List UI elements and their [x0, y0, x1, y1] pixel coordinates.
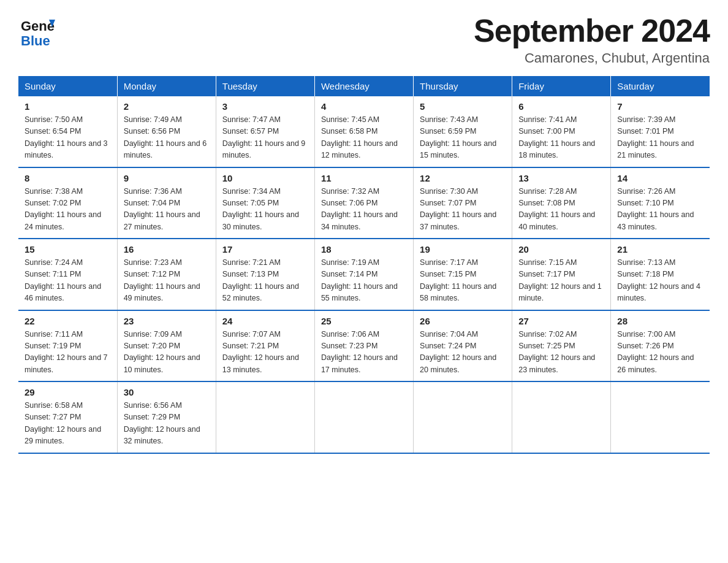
day-number: 24: [222, 316, 308, 326]
day-number: 12: [420, 173, 506, 183]
col-header-monday: Monday: [117, 76, 216, 96]
day-number: 23: [124, 316, 210, 326]
calendar-cell: 21Sunrise: 7:13 AMSunset: 7:18 PMDayligh…: [611, 239, 710, 310]
day-info: Sunrise: 6:58 AMSunset: 7:27 PMDaylight:…: [25, 400, 111, 448]
day-info: Sunrise: 7:06 AMSunset: 7:23 PMDaylight:…: [321, 329, 407, 377]
day-number: 22: [25, 316, 111, 326]
day-number: 25: [321, 316, 407, 326]
calendar-cell: 27Sunrise: 7:02 AMSunset: 7:25 PMDayligh…: [512, 310, 611, 382]
day-info: Sunrise: 7:04 AMSunset: 7:24 PMDaylight:…: [420, 329, 506, 377]
calendar-cell: 18Sunrise: 7:19 AMSunset: 7:14 PMDayligh…: [314, 239, 413, 310]
day-info: Sunrise: 7:38 AMSunset: 7:02 PMDaylight:…: [25, 186, 111, 234]
day-info: Sunrise: 7:19 AMSunset: 7:14 PMDaylight:…: [321, 257, 407, 305]
calendar-cell: [512, 381, 611, 453]
col-header-saturday: Saturday: [611, 76, 710, 96]
col-header-friday: Friday: [512, 76, 611, 96]
day-number: 15: [25, 244, 111, 255]
page-header: General Blue September 2024 Camarones, C…: [18, 12, 710, 66]
day-number: 16: [124, 244, 210, 255]
calendar-cell: 29Sunrise: 6:58 AMSunset: 7:27 PMDayligh…: [18, 381, 117, 453]
day-info: Sunrise: 7:07 AMSunset: 7:21 PMDaylight:…: [222, 329, 308, 377]
calendar-cell: 1Sunrise: 7:50 AMSunset: 6:54 PMDaylight…: [18, 96, 117, 167]
calendar-cell: [414, 381, 512, 453]
calendar-cell: 7Sunrise: 7:39 AMSunset: 7:01 PMDaylight…: [611, 96, 710, 167]
day-info: Sunrise: 7:13 AMSunset: 7:18 PMDaylight:…: [617, 257, 703, 305]
calendar-cell: 3Sunrise: 7:47 AMSunset: 6:57 PMDaylight…: [216, 96, 314, 167]
day-info: Sunrise: 7:50 AMSunset: 6:54 PMDaylight:…: [25, 114, 111, 162]
calendar-cell: 9Sunrise: 7:36 AMSunset: 7:04 PMDaylight…: [117, 167, 216, 239]
day-info: Sunrise: 6:56 AMSunset: 7:29 PMDaylight:…: [124, 400, 210, 448]
day-info: Sunrise: 7:09 AMSunset: 7:20 PMDaylight:…: [124, 329, 210, 377]
day-number: 4: [321, 101, 407, 112]
calendar-cell: 13Sunrise: 7:28 AMSunset: 7:08 PMDayligh…: [512, 167, 611, 239]
day-info: Sunrise: 7:43 AMSunset: 6:59 PMDaylight:…: [420, 114, 506, 162]
day-number: 2: [124, 101, 210, 112]
calendar-cell: 16Sunrise: 7:23 AMSunset: 7:12 PMDayligh…: [117, 239, 216, 310]
calendar-cell: [611, 381, 710, 453]
calendar-cell: 15Sunrise: 7:24 AMSunset: 7:11 PMDayligh…: [18, 239, 117, 310]
day-info: Sunrise: 7:39 AMSunset: 7:01 PMDaylight:…: [617, 114, 703, 162]
calendar-cell: 28Sunrise: 7:00 AMSunset: 7:26 PMDayligh…: [611, 310, 710, 382]
day-info: Sunrise: 7:24 AMSunset: 7:11 PMDaylight:…: [25, 257, 111, 305]
calendar-week-row: 1Sunrise: 7:50 AMSunset: 6:54 PMDaylight…: [18, 96, 710, 167]
calendar-cell: 14Sunrise: 7:26 AMSunset: 7:10 PMDayligh…: [611, 167, 710, 239]
day-info: Sunrise: 7:17 AMSunset: 7:15 PMDaylight:…: [420, 257, 506, 305]
day-info: Sunrise: 7:28 AMSunset: 7:08 PMDaylight:…: [518, 186, 604, 234]
month-title: September 2024: [474, 12, 710, 49]
day-info: Sunrise: 7:15 AMSunset: 7:17 PMDaylight:…: [518, 257, 604, 305]
day-info: Sunrise: 7:34 AMSunset: 7:05 PMDaylight:…: [222, 186, 308, 234]
calendar-cell: 23Sunrise: 7:09 AMSunset: 7:20 PMDayligh…: [117, 310, 216, 382]
calendar-cell: 2Sunrise: 7:49 AMSunset: 6:56 PMDaylight…: [117, 96, 216, 167]
day-info: Sunrise: 7:02 AMSunset: 7:25 PMDaylight:…: [518, 329, 604, 377]
calendar-cell: 25Sunrise: 7:06 AMSunset: 7:23 PMDayligh…: [314, 310, 413, 382]
day-info: Sunrise: 7:47 AMSunset: 6:57 PMDaylight:…: [222, 114, 308, 162]
day-info: Sunrise: 7:49 AMSunset: 6:56 PMDaylight:…: [124, 114, 210, 162]
logo: General Blue: [18, 12, 55, 49]
calendar-cell: [216, 381, 314, 453]
calendar-cell: 8Sunrise: 7:38 AMSunset: 7:02 PMDaylight…: [18, 167, 117, 239]
col-header-sunday: Sunday: [18, 76, 117, 96]
calendar-week-row: 15Sunrise: 7:24 AMSunset: 7:11 PMDayligh…: [18, 239, 710, 310]
day-number: 19: [420, 244, 506, 255]
calendar-cell: 11Sunrise: 7:32 AMSunset: 7:06 PMDayligh…: [314, 167, 413, 239]
col-header-thursday: Thursday: [414, 76, 512, 96]
calendar-cell: [314, 381, 413, 453]
day-number: 20: [518, 244, 604, 255]
day-info: Sunrise: 7:21 AMSunset: 7:13 PMDaylight:…: [222, 257, 308, 305]
day-number: 27: [518, 316, 604, 326]
day-info: Sunrise: 7:45 AMSunset: 6:58 PMDaylight:…: [321, 114, 407, 162]
day-info: Sunrise: 7:23 AMSunset: 7:12 PMDaylight:…: [124, 257, 210, 305]
day-number: 5: [420, 101, 506, 112]
title-area: September 2024 Camarones, Chubut, Argent…: [474, 12, 710, 66]
logo-icon: General Blue: [18, 12, 55, 49]
calendar-table: SundayMondayTuesdayWednesdayThursdayFrid…: [18, 76, 710, 454]
day-number: 7: [617, 101, 703, 112]
calendar-cell: 12Sunrise: 7:30 AMSunset: 7:07 PMDayligh…: [414, 167, 512, 239]
calendar-cell: 22Sunrise: 7:11 AMSunset: 7:19 PMDayligh…: [18, 310, 117, 382]
day-info: Sunrise: 7:30 AMSunset: 7:07 PMDaylight:…: [420, 186, 506, 234]
day-info: Sunrise: 7:00 AMSunset: 7:26 PMDaylight:…: [617, 329, 703, 377]
day-number: 13: [518, 173, 604, 183]
svg-text:Blue: Blue: [21, 33, 50, 48]
calendar-cell: 17Sunrise: 7:21 AMSunset: 7:13 PMDayligh…: [216, 239, 314, 310]
calendar-cell: 10Sunrise: 7:34 AMSunset: 7:05 PMDayligh…: [216, 167, 314, 239]
day-number: 8: [25, 173, 111, 183]
calendar-cell: 19Sunrise: 7:17 AMSunset: 7:15 PMDayligh…: [414, 239, 512, 310]
day-info: Sunrise: 7:32 AMSunset: 7:06 PMDaylight:…: [321, 186, 407, 234]
calendar-cell: 4Sunrise: 7:45 AMSunset: 6:58 PMDaylight…: [314, 96, 413, 167]
location-title: Camarones, Chubut, Argentina: [474, 50, 710, 66]
day-number: 30: [124, 387, 210, 397]
day-info: Sunrise: 7:26 AMSunset: 7:10 PMDaylight:…: [617, 186, 703, 234]
calendar-week-row: 8Sunrise: 7:38 AMSunset: 7:02 PMDaylight…: [18, 167, 710, 239]
day-number: 14: [617, 173, 703, 183]
day-number: 6: [518, 101, 604, 112]
day-number: 3: [222, 101, 308, 112]
calendar-cell: 30Sunrise: 6:56 AMSunset: 7:29 PMDayligh…: [117, 381, 216, 453]
col-header-tuesday: Tuesday: [216, 76, 314, 96]
calendar-cell: 24Sunrise: 7:07 AMSunset: 7:21 PMDayligh…: [216, 310, 314, 382]
calendar-cell: 20Sunrise: 7:15 AMSunset: 7:17 PMDayligh…: [512, 239, 611, 310]
calendar-cell: 26Sunrise: 7:04 AMSunset: 7:24 PMDayligh…: [414, 310, 512, 382]
day-number: 29: [25, 387, 111, 397]
day-number: 11: [321, 173, 407, 183]
calendar-week-row: 29Sunrise: 6:58 AMSunset: 7:27 PMDayligh…: [18, 381, 710, 453]
